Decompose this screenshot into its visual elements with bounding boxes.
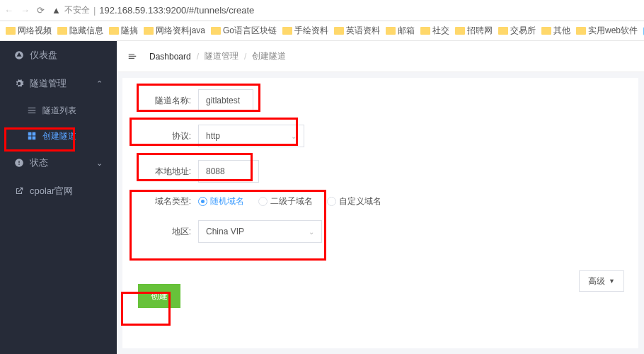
sidebar: 仪表盘 隧道管理 ⌃ 隧道列表 创建隧道 状态 ⌄ cpolar官网 (0, 41, 117, 354)
folder-icon (144, 27, 154, 35)
bookmark-item[interactable]: 社交 (420, 25, 449, 37)
sidebar-item-tunnel-mgmt[interactable]: 隧道管理 ⌃ (0, 69, 117, 98)
bookmark-item[interactable]: 隧搞 (109, 25, 138, 37)
forward-icon[interactable]: → (21, 5, 30, 16)
sidebar-item-dashboard[interactable]: 仪表盘 (0, 41, 117, 69)
folder-icon (109, 27, 119, 35)
caret-down-icon: ▼ (609, 278, 615, 285)
dashboard-icon (14, 50, 24, 60)
bookmark-item[interactable]: 邮箱 (386, 25, 415, 37)
folder-icon (455, 27, 465, 35)
bookmark-item[interactable]: 网络视频 (6, 25, 52, 37)
back-icon[interactable]: ← (4, 5, 13, 16)
chevron-down-icon: ⌄ (309, 228, 314, 236)
bookmark-item[interactable]: Go语言区块链 (211, 25, 277, 37)
sidebar-item-tunnel-list[interactable]: 隧道列表 (0, 98, 117, 123)
advanced-button[interactable]: 高级 ▼ (579, 270, 624, 292)
bookmark-item[interactable]: 其他 (541, 25, 570, 37)
folder-icon (498, 27, 508, 35)
folder-icon (6, 27, 16, 35)
label-region: 地区: (138, 226, 191, 238)
folder-icon (211, 27, 221, 35)
topbar: Dashboard / 隧道管理 / 创建隧道 (117, 41, 644, 72)
status-icon (14, 158, 24, 168)
gear-icon (14, 79, 24, 88)
breadcrumb-create-tunnel: 创建隧道 (252, 50, 286, 62)
chevron-down-icon: ⌄ (96, 159, 103, 168)
input-local-addr[interactable] (198, 160, 259, 183)
folder-icon (386, 27, 396, 35)
list-icon (27, 105, 37, 115)
sidebar-label-dashboard: 仪表盘 (30, 49, 57, 62)
folder-icon (282, 27, 292, 35)
radio-sub-domain[interactable]: 二级子域名 (258, 195, 313, 207)
select-protocol-value: http (206, 131, 220, 141)
form-panel: 隧道名称: 协议: http ⌄ 本地地址: 域名类型: 随机域名 (122, 78, 638, 348)
folder-icon (57, 27, 67, 35)
bookmark-item[interactable]: 英语资料 (334, 25, 380, 37)
sidebar-item-status[interactable]: 状态 ⌄ (0, 149, 117, 177)
sidebar-label-cpolar: cpolar官网 (30, 185, 73, 198)
folder-icon (576, 27, 586, 35)
input-tunnel-name[interactable] (198, 89, 253, 112)
folder-icon (334, 27, 344, 35)
bookmark-item[interactable]: 交易所 (498, 25, 536, 37)
select-region-value: China VIP (206, 227, 244, 236)
bookmark-item[interactable]: 网络资料java (144, 25, 205, 37)
create-button[interactable]: 创建 (138, 284, 180, 308)
bookmark-item[interactable]: 实用web软件 (576, 25, 638, 37)
sidebar-label-status: 状态 (30, 156, 48, 169)
radio-custom-domain[interactable]: 自定义域名 (327, 195, 381, 207)
sidebar-item-create-tunnel[interactable]: 创建隧道 (0, 123, 117, 149)
reload-icon[interactable]: ⟳ (37, 5, 45, 16)
external-link-icon (14, 186, 24, 196)
breadcrumb-dashboard[interactable]: Dashboard (149, 52, 191, 62)
insecure-label: 不安全 (64, 4, 90, 16)
breadcrumb-tunnel-mgmt[interactable]: 隧道管理 (205, 50, 238, 62)
create-icon (27, 131, 37, 141)
bookmarks-bar: 网络视频隐藏信息隧搞网络资料javaGo语言区块链手绘资料英语资料邮箱社交招聘网… (0, 21, 644, 41)
select-region[interactable]: China VIP ⌄ (198, 220, 322, 243)
label-protocol: 协议: (138, 130, 191, 142)
sidebar-label-create-tunnel: 创建隧道 (42, 130, 76, 142)
chevron-down-icon: ⌃ (96, 79, 103, 88)
bookmark-item[interactable]: 招聘网 (455, 25, 493, 37)
folder-icon (420, 27, 430, 35)
sidebar-label-tunnel-list: 隧道列表 (42, 105, 76, 117)
label-local-addr: 本地地址: (138, 166, 191, 178)
label-domain-type: 域名类型: (138, 195, 191, 207)
browser-toolbar: ← → ⟳ ▲ 不安全 | 192.168.59.133:9200/#/tunn… (0, 0, 644, 21)
menu-toggle-icon[interactable] (127, 52, 138, 62)
radio-random-domain[interactable]: 随机域名 (198, 195, 244, 207)
bookmark-item[interactable]: 手绘资料 (282, 25, 328, 37)
select-protocol[interactable]: http ⌄ (198, 125, 304, 147)
chevron-down-icon: ⌄ (291, 132, 297, 140)
folder-icon (541, 27, 551, 35)
sidebar-label-tunnel-mgmt: 隧道管理 (30, 77, 67, 90)
sidebar-item-cpolar[interactable]: cpolar官网 (0, 177, 117, 205)
label-tunnel-name: 隧道名称: (138, 95, 191, 107)
bookmark-item[interactable]: 隐藏信息 (57, 25, 103, 37)
address-bar[interactable]: ▲ 不安全 | 192.168.59.133:9200/#/tunnels/cr… (52, 4, 640, 16)
warning-icon: ▲ (52, 5, 61, 16)
url-text: 192.168.59.133:9200/#/tunnels/create (99, 5, 254, 16)
